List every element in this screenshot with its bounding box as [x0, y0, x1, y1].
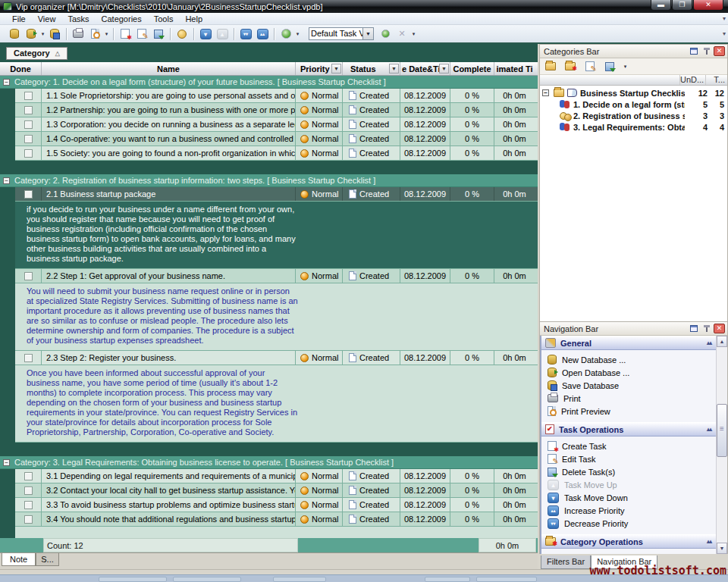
tab-filters-bar[interactable]: Filters Bar	[541, 555, 591, 569]
categories-restore-icon[interactable]	[688, 46, 699, 56]
tree-item[interactable]: −Business Startup Checklist1212	[540, 87, 727, 99]
navigation-pin-icon[interactable]	[701, 324, 712, 333]
delete-task-button[interactable]	[150, 27, 167, 42]
nav-item-decrease-priority[interactable]: ▾▾Decrease Priority	[541, 517, 716, 530]
scroll-up-icon[interactable]: ▲	[717, 336, 727, 347]
menu-tasks[interactable]: Tasks	[61, 14, 95, 24]
scroll-thumb[interactable]	[717, 404, 727, 457]
tree-column-undone[interactable]: UnD...	[680, 75, 706, 85]
nav-item-save-database[interactable]: Save Database	[541, 379, 716, 392]
done-checkbox[interactable]	[24, 120, 33, 129]
task-note[interactable]: You will need to submit your business na…	[15, 283, 538, 351]
complete-task-button[interactable]	[174, 27, 190, 42]
menu-overflow-icon[interactable]: ▾	[723, 15, 726, 22]
nav-item-new-database-[interactable]: New Database ...	[541, 353, 716, 366]
done-checkbox[interactable]	[24, 354, 33, 362]
nav-item-delete-task-s-[interactable]: Delete Task(s)	[541, 465, 716, 478]
nav-section-general[interactable]: General▴▴	[541, 336, 716, 350]
print-preview-button[interactable]	[86, 27, 103, 42]
status-filter-icon[interactable]: ▼	[389, 64, 399, 74]
done-checkbox[interactable]	[24, 472, 33, 480]
menu-tools[interactable]: Tools	[148, 14, 180, 24]
collapse-icon[interactable]: −	[3, 177, 10, 184]
column-due-date[interactable]: e Date&Tir ▼	[400, 62, 450, 75]
menu-categories[interactable]: Categories	[96, 14, 148, 24]
edit-task-button[interactable]	[133, 27, 150, 42]
done-checkbox[interactable]	[24, 190, 33, 199]
create-task-button[interactable]	[117, 27, 133, 42]
column-estimated[interactable]: imated Ti	[494, 62, 535, 75]
task-row[interactable]: 1.3 Corporation: you decide on running a…	[15, 117, 538, 132]
scroll-down-icon[interactable]: ▼	[717, 543, 727, 554]
task-row[interactable]: 3.2 Contact your local city hall to get …	[15, 483, 538, 498]
nav-section-category-operations[interactable]: Category Operations▴▴	[541, 534, 716, 549]
task-note[interactable]: if you decide to run your business under…	[15, 202, 538, 269]
save-database-button[interactable]	[46, 27, 63, 42]
collapse-section-icon[interactable]: ▴▴	[707, 426, 716, 433]
done-checkbox[interactable]	[24, 106, 33, 114]
task-row[interactable]: 1.4 Co-operative: you want to run a busi…	[15, 132, 538, 146]
task-view-dropdown-icon[interactable]: ▾	[294, 31, 301, 37]
nav-item-increase-priority[interactable]: ▴▴Increase Priority	[541, 504, 716, 517]
toolbar-dropdown-icon[interactable]: ▾	[410, 31, 417, 37]
menu-help[interactable]: Help	[179, 14, 209, 24]
toolbar-overflow-icon[interactable]: ▾	[723, 30, 726, 37]
categories-pin-icon[interactable]	[701, 46, 712, 56]
done-checkbox[interactable]	[24, 515, 33, 524]
done-checkbox[interactable]	[24, 149, 33, 158]
collapse-section-icon[interactable]: ▴▴	[707, 340, 716, 346]
task-view-button[interactable]	[278, 27, 294, 42]
task-row[interactable]: 1.1 Sole Proprietorship: you are going t…	[15, 89, 538, 103]
tree-item[interactable]: 3. Legal Requirements: Obtaining l44	[540, 121, 727, 133]
task-view-dropdown-icon[interactable]: ▼	[363, 27, 374, 40]
task-row[interactable]: 3.3 To avoid business startup problems a…	[15, 498, 538, 512]
navigation-scrollbar[interactable]: ▲ ▼	[716, 336, 727, 554]
collapse-icon[interactable]: −	[3, 459, 10, 466]
column-complete[interactable]: Complete	[450, 62, 494, 75]
categories-close-icon[interactable]: ✕	[714, 46, 725, 56]
new-category-icon[interactable]	[543, 60, 558, 74]
print-button[interactable]	[70, 27, 86, 42]
task-view-combo[interactable]: Default Task V ▼	[309, 27, 374, 40]
priority-filter-icon[interactable]: ▼	[331, 64, 341, 74]
task-row[interactable]: 1.5 Society: you are going to found a no…	[15, 146, 538, 161]
collapse-section-icon[interactable]: ▴▴	[707, 538, 716, 545]
date-filter-icon[interactable]: ▼	[439, 64, 449, 74]
nav-item-open-database-[interactable]: Open Database ...	[541, 366, 716, 379]
edit-category-icon[interactable]	[582, 60, 598, 74]
category-band[interactable]: −Category: 3. Legal Requirements: Obtain…	[0, 456, 538, 469]
tab-note[interactable]: Note	[2, 553, 36, 566]
categories-toolbar-dropdown-icon[interactable]: ▾	[622, 64, 629, 70]
task-row[interactable]: 2.3 Step 2: Register your business.Norma…	[15, 351, 538, 365]
done-checkbox[interactable]	[24, 487, 33, 495]
column-name[interactable]: Name	[42, 62, 296, 75]
task-note[interactable]: Once you have been informed about succes…	[15, 365, 538, 443]
done-checkbox[interactable]	[24, 92, 33, 100]
tree-item[interactable]: 1. Decide on a legal form (structur55	[540, 99, 727, 110]
increase-priority-button[interactable]: ▴▴	[254, 27, 271, 42]
delete-category-icon[interactable]	[602, 60, 617, 74]
task-row[interactable]: 1.2 Partnership: you are going to run a …	[15, 103, 538, 117]
task-move-down-button[interactable]: ▾	[197, 27, 214, 42]
category-properties-icon[interactable]	[563, 60, 578, 74]
open-database-button[interactable]	[23, 27, 39, 42]
column-done[interactable]: Done	[0, 62, 42, 75]
print-preview-dropdown-icon[interactable]: ▾	[103, 31, 110, 37]
decrease-priority-button[interactable]: ▾▾	[237, 27, 254, 42]
tree-item[interactable]: 2. Registration of business startup33	[540, 110, 727, 121]
task-row[interactable]: 3.4 You should note that additional regu…	[15, 512, 538, 527]
column-status[interactable]: Status ▼	[343, 62, 400, 75]
category-band[interactable]: −Category: 1. Decide on a legal form (st…	[0, 76, 538, 89]
tab-subtasks[interactable]: S...	[36, 553, 59, 566]
menu-view[interactable]: View	[32, 14, 62, 24]
tree-collapse-icon[interactable]: −	[542, 89, 549, 96]
collapse-icon[interactable]: −	[3, 79, 10, 86]
nav-item-task-move-down[interactable]: ▾Task Move Down	[541, 491, 716, 504]
menu-file[interactable]: File	[6, 14, 32, 24]
nav-item-edit-task[interactable]: Edit Task	[541, 452, 716, 465]
category-band[interactable]: −Category: 2. Registration of business s…	[0, 174, 538, 187]
navigation-close-icon[interactable]: ✕	[714, 324, 725, 333]
nav-item-print[interactable]: Print	[541, 392, 716, 405]
nav-section-task-operations[interactable]: Task Operations▴▴	[541, 422, 716, 436]
done-checkbox[interactable]	[24, 272, 33, 280]
